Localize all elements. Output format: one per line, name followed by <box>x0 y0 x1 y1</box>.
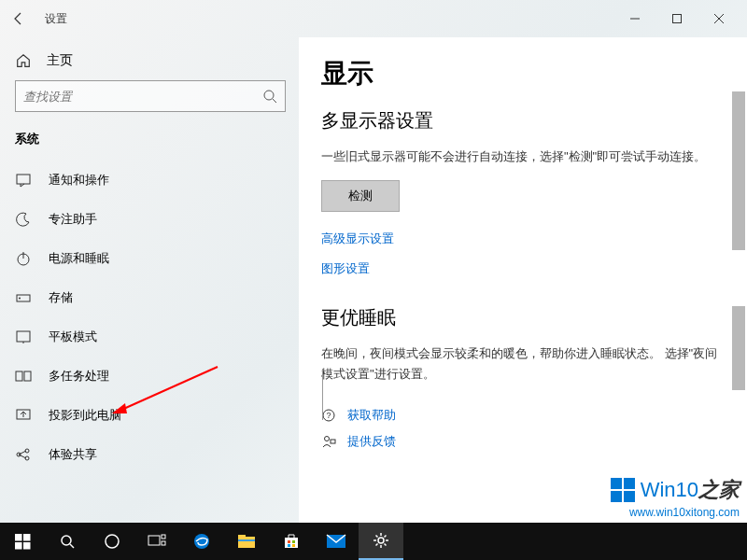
sidebar-item-multitask[interactable]: 多任务处理 <box>15 357 299 396</box>
tablet-icon <box>15 329 32 345</box>
scroll-thumb[interactable] <box>732 306 745 390</box>
moon-icon <box>15 211 32 228</box>
content-area: 显示 多显示器设置 一些旧式显示器可能不会进行自动连接，选择"检测"即可尝试手动… <box>299 37 747 523</box>
sidebar-item-label: 存储 <box>49 289 73 306</box>
taskbar-cortana[interactable] <box>90 523 134 560</box>
svg-rect-44 <box>288 540 290 543</box>
search-input[interactable] <box>23 90 262 104</box>
taskbar-store[interactable] <box>269 523 314 560</box>
svg-rect-11 <box>17 331 30 342</box>
feedback-link[interactable]: 提供反馈 <box>321 433 725 450</box>
maximize-button[interactable] <box>655 5 698 33</box>
svg-rect-37 <box>162 535 165 539</box>
svg-rect-38 <box>162 541 165 545</box>
sidebar-item-project[interactable]: 投影到此电脑 <box>15 396 299 435</box>
svg-rect-47 <box>292 544 295 547</box>
svg-text:?: ? <box>326 411 331 420</box>
home-label: 主页 <box>47 52 73 69</box>
search-box[interactable] <box>15 80 286 112</box>
detect-button[interactable]: 检测 <box>321 180 400 212</box>
back-button[interactable] <box>7 7 30 30</box>
sidebar-item-notifications[interactable]: 通知和操作 <box>15 161 299 200</box>
storage-icon <box>15 289 32 306</box>
share-icon <box>15 446 32 463</box>
message-icon <box>15 172 32 189</box>
svg-rect-29 <box>15 534 22 541</box>
sidebar-item-power[interactable]: 电源和睡眠 <box>15 239 299 278</box>
minimize-button[interactable] <box>613 5 655 33</box>
sidebar-item-label: 多任务处理 <box>49 368 109 385</box>
multitask-icon <box>15 368 32 385</box>
svg-line-5 <box>273 99 276 103</box>
svg-point-33 <box>62 536 71 545</box>
svg-rect-14 <box>24 371 31 381</box>
taskbar-search[interactable] <box>45 523 90 560</box>
help-label: 获取帮助 <box>347 407 396 424</box>
sidebar-item-label: 专注助手 <box>49 211 97 228</box>
sidebar-item-label: 通知和操作 <box>49 172 109 189</box>
power-icon <box>15 250 32 267</box>
svg-point-10 <box>19 298 21 300</box>
sidebar-item-label: 投影到此电脑 <box>49 407 121 424</box>
taskbar-edge[interactable] <box>179 523 224 560</box>
svg-rect-41 <box>238 535 246 538</box>
svg-rect-1 <box>672 15 681 23</box>
taskbar <box>0 523 747 560</box>
svg-point-4 <box>264 91 274 100</box>
scroll-thumb[interactable] <box>732 91 745 250</box>
search-icon <box>262 89 277 104</box>
svg-point-35 <box>106 535 119 548</box>
svg-rect-31 <box>15 542 22 550</box>
close-button[interactable] <box>698 5 740 33</box>
sidebar: 主页 系统 通知和操作 专注助手 电源和睡眠 存储 <box>0 37 299 523</box>
svg-rect-6 <box>17 175 30 184</box>
section-title: 多显示器设置 <box>321 108 725 133</box>
svg-rect-32 <box>23 542 31 550</box>
group-label: 系统 <box>15 131 299 147</box>
sidebar-item-share[interactable]: 体验共享 <box>15 435 299 474</box>
feedback-icon <box>321 434 336 449</box>
divider <box>322 369 323 420</box>
sidebar-item-label: 平板模式 <box>49 329 97 345</box>
section-title: 更优睡眠 <box>321 305 725 330</box>
svg-point-49 <box>378 538 384 543</box>
svg-rect-13 <box>16 371 22 381</box>
titlebar: 设置 <box>0 0 747 37</box>
feedback-label: 提供反馈 <box>347 433 396 450</box>
svg-rect-42 <box>238 539 255 541</box>
advanced-display-link[interactable]: 高级显示设置 <box>321 231 725 247</box>
help-icon: ? <box>321 408 336 423</box>
home-icon <box>15 52 32 69</box>
graphics-settings-link[interactable]: 图形设置 <box>321 260 725 277</box>
project-icon <box>15 407 32 424</box>
home-link[interactable]: 主页 <box>15 45 299 80</box>
sidebar-item-label: 电源和睡眠 <box>49 250 109 267</box>
page-title: 显示 <box>321 56 725 91</box>
sidebar-item-storage[interactable]: 存储 <box>15 278 299 317</box>
svg-rect-43 <box>285 538 298 548</box>
svg-point-23 <box>325 437 330 441</box>
svg-rect-30 <box>23 534 31 541</box>
svg-rect-45 <box>292 540 295 543</box>
sidebar-item-label: 体验共享 <box>49 446 97 463</box>
taskbar-explorer[interactable] <box>224 523 269 560</box>
svg-rect-46 <box>288 544 290 547</box>
section-text: 一些旧式显示器可能不会进行自动连接，选择"检测"即可尝试手动连接。 <box>321 147 725 167</box>
svg-rect-40 <box>238 537 255 548</box>
section-text: 在晚间，夜间模式会显示较柔和的暖色，帮助你进入睡眠状态。 选择"夜间模式设置"进… <box>321 343 725 385</box>
start-button[interactable] <box>0 523 45 560</box>
taskbar-settings[interactable] <box>359 523 403 560</box>
window-title: 设置 <box>45 11 67 27</box>
svg-rect-24 <box>331 440 335 443</box>
taskbar-taskview[interactable] <box>134 523 179 560</box>
sidebar-item-tablet[interactable]: 平板模式 <box>15 317 299 357</box>
taskbar-mail[interactable] <box>314 523 359 560</box>
get-help-link[interactable]: ? 获取帮助 <box>321 407 725 424</box>
scrollbar[interactable] <box>732 35 745 502</box>
svg-rect-36 <box>148 536 160 545</box>
svg-line-34 <box>70 544 74 548</box>
sidebar-item-focus[interactable]: 专注助手 <box>15 200 299 239</box>
